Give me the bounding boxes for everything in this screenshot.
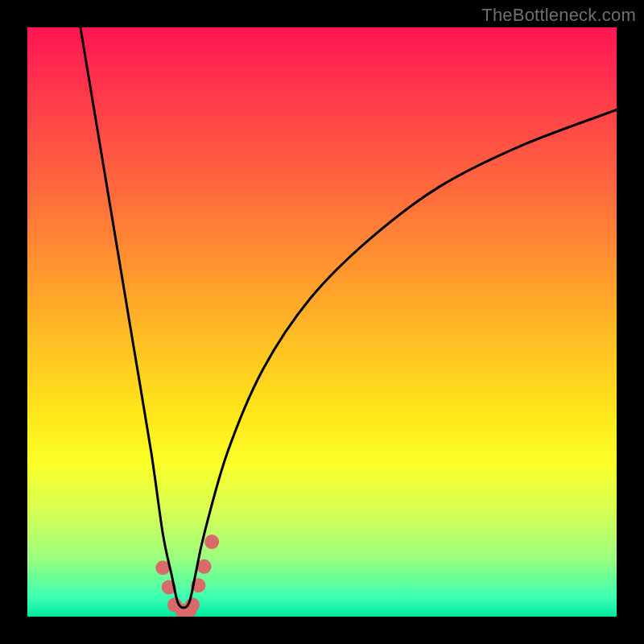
highlight-dot bbox=[204, 535, 219, 549]
bottleneck-curve bbox=[80, 27, 617, 608]
watermark-text: TheBottleneck.com bbox=[481, 5, 636, 26]
chart-frame: TheBottleneck.com bbox=[0, 0, 644, 644]
curve-layer bbox=[27, 27, 617, 617]
plot-area bbox=[27, 27, 617, 617]
